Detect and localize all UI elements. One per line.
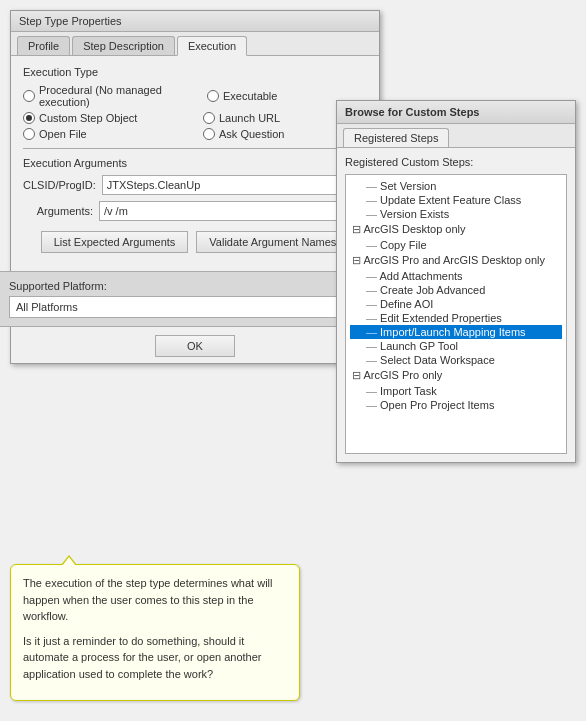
list-item[interactable]: ArcGIS Pro only [350,367,562,384]
ok-row: OK [11,327,379,363]
arguments-input[interactable] [99,201,339,221]
list-item[interactable]: Version Exists [350,207,562,221]
divider-1 [23,148,367,149]
execution-args-label: Execution Arguments [23,157,367,169]
arguments-label: Arguments: [23,205,93,217]
clsid-label: CLSID/ProgID: [23,179,96,191]
list-expected-args-button[interactable]: List Expected Arguments [41,231,189,253]
radio-ask-question-input[interactable] [203,128,215,140]
list-item[interactable]: Import Task [350,384,562,398]
radio-row-2: Custom Step Object Launch URL [23,112,367,124]
radio-custom-step-label: Custom Step Object [39,112,137,124]
radio-executable-input[interactable] [207,90,219,102]
tab-step-description[interactable]: Step Description [72,36,175,55]
browse-content: Registered Custom Steps: Set Version Upd… [337,148,575,462]
registered-steps-tab[interactable]: Registered Steps [343,128,449,147]
list-item[interactable]: Set Version [350,179,562,193]
callout-text-1: The execution of the step type determine… [23,575,287,625]
list-item[interactable]: ArcGIS Desktop only [350,221,562,238]
main-dialog: Step Type Properties Profile Step Descri… [10,10,380,364]
radio-launch-url-label: Launch URL [219,112,280,124]
callout-box: The execution of the step type determine… [10,564,300,701]
execution-type-label: Execution Type [23,66,367,78]
clsid-row: CLSID/ProgID: ... [23,175,367,195]
args-button-row: List Expected Arguments Validate Argumen… [23,231,367,253]
execution-type-group: Procedural (No managed execution) Execut… [23,84,367,140]
tab-profile[interactable]: Profile [17,36,70,55]
list-item-selected[interactable]: Import/Launch Mapping Items [350,325,562,339]
list-item[interactable]: ArcGIS Pro and ArcGIS Desktop only [350,252,562,269]
tab-execution[interactable]: Execution [177,36,247,56]
tree-view: Set Version Update Extent Feature Class … [345,174,567,454]
validate-arg-names-button[interactable]: Validate Argument Names [196,231,349,253]
browse-dialog: Browse for Custom Steps Registered Steps… [336,100,576,463]
list-item[interactable]: Create Job Advanced [350,283,562,297]
arguments-row: Arguments: ... [23,201,367,221]
platform-select[interactable]: All Platforms ArcGIS Pro only ArcGIS Des… [9,296,381,318]
list-item[interactable]: Copy File [350,238,562,252]
radio-open-file-input[interactable] [23,128,35,140]
list-item[interactable]: Update Extent Feature Class [350,193,562,207]
radio-ask-question-label: Ask Question [219,128,284,140]
callout-text-2: Is it just a reminder to do something, s… [23,633,287,683]
platform-label: Supported Platform: [9,280,381,292]
radio-launch-url-input[interactable] [203,112,215,124]
radio-executable-label: Executable [223,90,277,102]
radio-row-3: Open File Ask Question [23,128,367,140]
browse-dialog-title: Browse for Custom Steps [337,101,575,124]
dialog-title: Step Type Properties [11,11,379,32]
tab-strip: Profile Step Description Execution [11,32,379,56]
radio-procedural-label: Procedural (No managed execution) [39,84,187,108]
radio-procedural[interactable]: Procedural (No managed execution) [23,84,187,108]
dialog-content: Execution Type Procedural (No managed ex… [11,56,379,271]
browse-tab-strip: Registered Steps [337,124,575,148]
list-item[interactable]: Edit Extended Properties [350,311,562,325]
list-item[interactable]: Launch GP Tool [350,339,562,353]
radio-custom-step[interactable]: Custom Step Object [23,112,183,124]
platform-section: Supported Platform: All Platforms ArcGIS… [0,271,391,327]
clsid-input[interactable] [102,175,339,195]
registered-custom-steps-label: Registered Custom Steps: [345,156,567,168]
radio-open-file-label: Open File [39,128,87,140]
ok-button[interactable]: OK [155,335,235,357]
radio-procedural-input[interactable] [23,90,35,102]
list-item[interactable]: Open Pro Project Items [350,398,562,412]
list-item[interactable]: Add Attachments [350,269,562,283]
radio-custom-step-input[interactable] [23,112,35,124]
list-item[interactable]: Define AOI [350,297,562,311]
radio-open-file[interactable]: Open File [23,128,183,140]
platform-select-wrapper: All Platforms ArcGIS Pro only ArcGIS Des… [9,296,381,318]
list-item[interactable]: Select Data Workspace [350,353,562,367]
radio-row-1: Procedural (No managed execution) Execut… [23,84,367,108]
